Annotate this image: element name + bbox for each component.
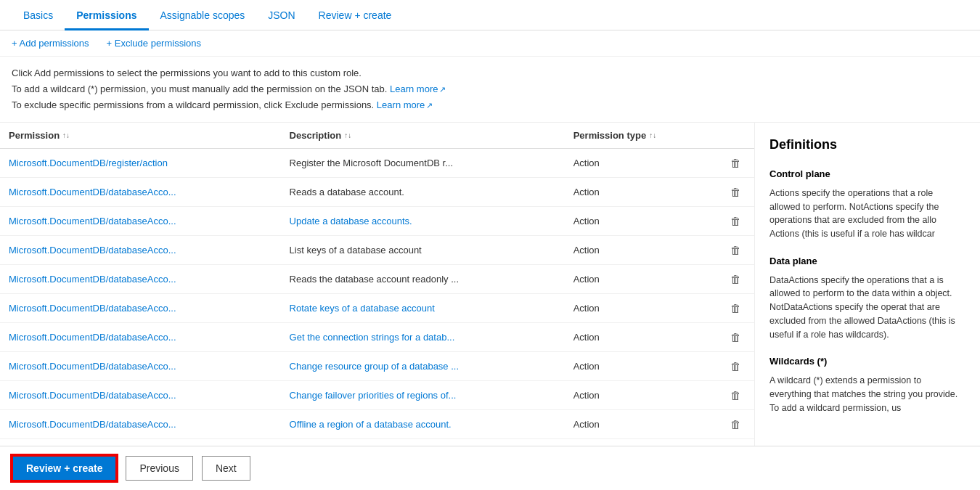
- type-cell: Action: [565, 352, 717, 381]
- description-link[interactable]: Rotate keys of a database account: [290, 303, 435, 314]
- table-row: Microsoft.DocumentDB/databaseAcco...Chan…: [0, 352, 754, 381]
- delete-row-button[interactable]: 🗑: [726, 271, 746, 287]
- description-link[interactable]: Get the connection strings for a datab..…: [290, 332, 455, 343]
- learn-more-link-2[interactable]: Learn more: [377, 99, 433, 110]
- info-line-1: Click Add permissions to select the perm…: [12, 65, 968, 81]
- tab-permissions[interactable]: Permissions: [65, 2, 148, 30]
- permission-link[interactable]: Microsoft.DocumentDB/databaseAcco...: [9, 390, 176, 401]
- type-cell: Action: [565, 149, 717, 178]
- permission-cell: Microsoft.DocumentDB/databaseAcco...: [0, 236, 281, 265]
- description-link[interactable]: Offline a region of a database account.: [290, 419, 452, 430]
- permission-cell: Microsoft.DocumentDB/databaseAcco...: [0, 294, 281, 323]
- description-link[interactable]: Change failover priorities of regions of…: [290, 390, 457, 401]
- info-line-2: To add a wildcard (*) permission, you mu…: [12, 81, 968, 97]
- type-cell: Action: [565, 410, 717, 439]
- type-cell: Action: [565, 236, 717, 265]
- delete-row-button[interactable]: 🗑: [726, 184, 746, 200]
- delete-row-button[interactable]: 🗑: [726, 155, 746, 171]
- permission-cell: Microsoft.DocumentDB/databaseAcco...: [0, 381, 281, 410]
- description-cell: Offline a region of a database account.: [281, 410, 565, 439]
- table-row: Microsoft.DocumentDB/databaseAcco...List…: [0, 236, 754, 265]
- permission-link[interactable]: Microsoft.DocumentDB/databaseAcco...: [9, 419, 176, 430]
- permission-cell: Microsoft.DocumentDB/databaseAcco...: [0, 323, 281, 352]
- permission-cell: Microsoft.DocumentDB/databaseAcco...: [0, 352, 281, 381]
- permission-link[interactable]: Microsoft.DocumentDB/databaseAcco...: [9, 361, 176, 372]
- permission-cell: Microsoft.DocumentDB/databaseAcco...: [0, 265, 281, 294]
- delete-cell: 🗑: [717, 265, 754, 294]
- info-section: Click Add permissions to select the perm…: [0, 57, 980, 123]
- table-header: Permission ↑↓ Description ↑↓ Permission …: [0, 123, 754, 149]
- footer: Review + create Previous Next: [0, 446, 980, 490]
- tab-json[interactable]: JSON: [256, 2, 306, 30]
- main-content: Permission ↑↓ Description ↑↓ Permission …: [0, 123, 980, 446]
- description-cell: Change resource group of a database ...: [281, 352, 565, 381]
- toolbar: + Add permissions + Exclude permissions: [0, 30, 980, 57]
- sort-icon-description[interactable]: ↑↓: [344, 131, 351, 139]
- description-cell: Reads a database account.: [281, 178, 565, 207]
- delete-row-button[interactable]: 🗑: [726, 388, 746, 403]
- table-row: Microsoft.DocumentDB/register/actionRegi…: [0, 149, 754, 178]
- delete-cell: 🗑: [717, 410, 754, 439]
- description-cell: Update a database accounts.: [281, 207, 565, 236]
- table-row: Microsoft.DocumentDB/databaseAcco...Read…: [0, 178, 754, 207]
- type-cell: Action: [565, 265, 717, 294]
- table-row: Microsoft.DocumentDB/databaseAcco...Upda…: [0, 207, 754, 236]
- permission-link[interactable]: Microsoft.DocumentDB/databaseAcco...: [9, 303, 176, 314]
- delete-row-button[interactable]: 🗑: [726, 359, 746, 374]
- permission-cell: Microsoft.DocumentDB/databaseAcco...: [0, 410, 281, 439]
- table-area: Permission ↑↓ Description ↑↓ Permission …: [0, 123, 755, 446]
- type-cell: Action: [565, 207, 717, 236]
- review-create-button[interactable]: Review + create: [12, 455, 117, 481]
- definition-body: DataActions specify the operations that …: [769, 274, 965, 342]
- table-row: Microsoft.DocumentDB/databaseAcco...Offl…: [0, 410, 754, 439]
- delete-cell: 🗑: [717, 294, 754, 323]
- sort-icon-type[interactable]: ↑↓: [649, 131, 656, 139]
- tab-basics[interactable]: Basics: [12, 2, 65, 30]
- description-link[interactable]: Change resource group of a database ...: [290, 361, 459, 372]
- delete-row-button[interactable]: 🗑: [726, 301, 746, 316]
- delete-cell: 🗑: [717, 149, 754, 178]
- info-line-3: To exclude specific permissions from a w…: [12, 97, 968, 113]
- learn-more-link-1[interactable]: Learn more: [390, 83, 446, 94]
- definitions-panel: Definitions Control planeActions specify…: [755, 123, 980, 446]
- permission-cell: Microsoft.DocumentDB/databaseAcco...: [0, 178, 281, 207]
- previous-button[interactable]: Previous: [126, 456, 192, 481]
- sort-icon-permission[interactable]: ↑↓: [62, 131, 70, 139]
- permission-link[interactable]: Microsoft.DocumentDB/databaseAcco...: [9, 216, 176, 226]
- permission-cell: Microsoft.DocumentDB/databaseAcco...: [0, 207, 281, 236]
- col-permission: Permission ↑↓: [0, 123, 281, 149]
- permission-link[interactable]: Microsoft.DocumentDB/databaseAcco...: [9, 332, 176, 343]
- delete-row-button[interactable]: 🗑: [726, 417, 746, 432]
- definition-wildcards: Wildcards (*)A wildcard (*) extends a pe…: [769, 354, 965, 415]
- permission-link[interactable]: Microsoft.DocumentDB/databaseAcco...: [9, 187, 176, 197]
- delete-cell: 🗑: [717, 236, 754, 265]
- definition-data-plane: Data planeDataActions specify the operat…: [769, 254, 965, 342]
- definitions-title: Definitions: [769, 134, 965, 155]
- tab-assignable-scopes[interactable]: Assignable scopes: [149, 2, 257, 30]
- description-link[interactable]: Update a database accounts.: [290, 216, 412, 226]
- delete-row-button[interactable]: 🗑: [726, 242, 746, 258]
- add-permissions-button[interactable]: + Add permissions: [12, 36, 89, 50]
- definitions-sections: Control planeActions specify the operati…: [769, 167, 965, 415]
- permission-cell: Microsoft.DocumentDB/register/action: [0, 149, 281, 178]
- type-cell: Action: [565, 294, 717, 323]
- type-cell: Action: [565, 323, 717, 352]
- table-body: Microsoft.DocumentDB/register/actionRegi…: [0, 149, 754, 439]
- delete-row-button[interactable]: 🗑: [726, 213, 746, 229]
- type-cell: Action: [565, 381, 717, 410]
- definition-heading: Control plane: [769, 167, 965, 182]
- permissions-table: Permission ↑↓ Description ↑↓ Permission …: [0, 123, 754, 439]
- exclude-permissions-button[interactable]: + Exclude permissions: [107, 36, 201, 50]
- definition-control-plane: Control planeActions specify the operati…: [769, 167, 965, 241]
- definition-body: A wildcard (*) extends a permission to e…: [769, 374, 965, 415]
- delete-cell: 🗑: [717, 323, 754, 352]
- permission-link[interactable]: Microsoft.DocumentDB/register/action: [9, 158, 168, 168]
- permission-link[interactable]: Microsoft.DocumentDB/databaseAcco...: [9, 245, 176, 256]
- permission-link[interactable]: Microsoft.DocumentDB/databaseAcco...: [9, 274, 176, 285]
- definition-body: Actions specify the operations that a ro…: [769, 187, 965, 241]
- next-button[interactable]: Next: [202, 456, 250, 481]
- definition-heading: Data plane: [769, 254, 965, 269]
- description-cell: Change failover priorities of regions of…: [281, 381, 565, 410]
- delete-row-button[interactable]: 🗑: [726, 330, 746, 345]
- tab-review-create[interactable]: Review + create: [307, 2, 404, 30]
